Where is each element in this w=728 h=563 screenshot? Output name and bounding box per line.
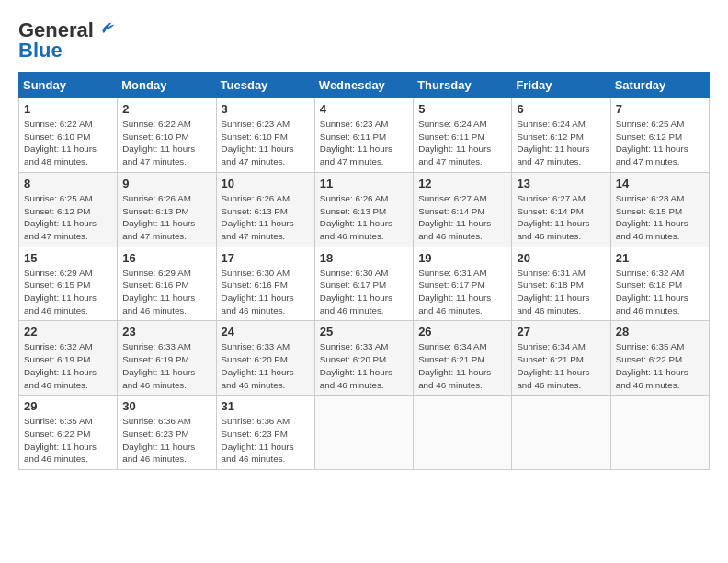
- day-info: Sunrise: 6:25 AM Sunset: 6:12 PM Dayligh…: [616, 118, 704, 168]
- day-number: 9: [122, 177, 210, 190]
- day-info: Sunrise: 6:22 AM Sunset: 6:10 PM Dayligh…: [122, 118, 210, 168]
- day-number: 30: [122, 399, 210, 413]
- calendar-cell: 6 Sunrise: 6:24 AM Sunset: 6:12 PM Dayli…: [512, 98, 610, 173]
- logo-bird-icon: [96, 18, 116, 39]
- weekday-header-wednesday: Wednesday: [314, 73, 413, 98]
- day-info: Sunrise: 6:35 AM Sunset: 6:22 PM Dayligh…: [24, 415, 112, 465]
- day-info: Sunrise: 6:32 AM Sunset: 6:18 PM Dayligh…: [616, 267, 704, 317]
- weekday-header-friday: Friday: [512, 73, 610, 98]
- day-number: 13: [517, 177, 605, 190]
- calendar-cell: 25 Sunrise: 6:33 AM Sunset: 6:20 PM Dayl…: [314, 321, 413, 396]
- weekday-header-sunday: Sunday: [19, 73, 118, 98]
- weekday-header-saturday: Saturday: [610, 73, 709, 98]
- calendar-cell: 13 Sunrise: 6:27 AM Sunset: 6:14 PM Dayl…: [512, 172, 610, 247]
- day-info: Sunrise: 6:36 AM Sunset: 6:23 PM Dayligh…: [122, 415, 210, 465]
- day-info: Sunrise: 6:26 AM Sunset: 6:13 PM Dayligh…: [122, 192, 210, 243]
- day-info: Sunrise: 6:26 AM Sunset: 6:13 PM Dayligh…: [320, 192, 408, 243]
- day-number: 20: [517, 251, 605, 265]
- day-number: 3: [222, 102, 310, 116]
- day-info: Sunrise: 6:30 AM Sunset: 6:16 PM Dayligh…: [222, 267, 310, 317]
- calendar-cell: 30 Sunrise: 6:36 AM Sunset: 6:23 PM Dayl…: [118, 396, 216, 470]
- day-number: 10: [222, 177, 310, 190]
- day-number: 22: [24, 325, 112, 339]
- calendar-cell: [610, 396, 709, 470]
- day-number: 26: [418, 325, 506, 339]
- day-number: 5: [418, 102, 506, 116]
- day-number: 23: [122, 325, 210, 339]
- page-header: General Blue: [18, 18, 710, 63]
- calendar-cell: [512, 396, 610, 470]
- calendar-cell: 10 Sunrise: 6:26 AM Sunset: 6:13 PM Dayl…: [216, 172, 314, 247]
- calendar-cell: 24 Sunrise: 6:33 AM Sunset: 6:20 PM Dayl…: [216, 321, 314, 396]
- weekday-header-thursday: Thursday: [414, 73, 512, 98]
- day-number: 17: [222, 251, 310, 265]
- calendar-cell: 16 Sunrise: 6:29 AM Sunset: 6:16 PM Dayl…: [118, 247, 216, 321]
- day-number: 31: [222, 399, 310, 413]
- logo-blue: Blue: [18, 39, 63, 63]
- day-number: 24: [222, 325, 310, 339]
- day-info: Sunrise: 6:32 AM Sunset: 6:19 PM Dayligh…: [24, 340, 112, 391]
- day-info: Sunrise: 6:34 AM Sunset: 6:21 PM Dayligh…: [517, 340, 605, 391]
- day-info: Sunrise: 6:27 AM Sunset: 6:14 PM Dayligh…: [517, 192, 605, 243]
- calendar-cell: 31 Sunrise: 6:36 AM Sunset: 6:23 PM Dayl…: [216, 396, 314, 470]
- calendar-cell: 2 Sunrise: 6:22 AM Sunset: 6:10 PM Dayli…: [118, 98, 216, 173]
- day-info: Sunrise: 6:26 AM Sunset: 6:13 PM Dayligh…: [222, 192, 310, 243]
- calendar-cell: [414, 396, 512, 470]
- day-number: 18: [320, 251, 408, 265]
- day-number: 14: [616, 177, 704, 190]
- calendar-cell: 21 Sunrise: 6:32 AM Sunset: 6:18 PM Dayl…: [610, 247, 709, 321]
- day-info: Sunrise: 6:36 AM Sunset: 6:23 PM Dayligh…: [222, 415, 310, 465]
- day-info: Sunrise: 6:35 AM Sunset: 6:22 PM Dayligh…: [616, 340, 704, 391]
- calendar-cell: 22 Sunrise: 6:32 AM Sunset: 6:19 PM Dayl…: [19, 321, 118, 396]
- calendar-cell: 17 Sunrise: 6:30 AM Sunset: 6:16 PM Dayl…: [216, 247, 314, 321]
- calendar-cell: 27 Sunrise: 6:34 AM Sunset: 6:21 PM Dayl…: [512, 321, 610, 396]
- day-number: 29: [24, 399, 112, 413]
- day-info: Sunrise: 6:25 AM Sunset: 6:12 PM Dayligh…: [24, 192, 112, 243]
- day-number: 8: [24, 177, 112, 190]
- calendar-cell: 23 Sunrise: 6:33 AM Sunset: 6:19 PM Dayl…: [118, 321, 216, 396]
- calendar-cell: 20 Sunrise: 6:31 AM Sunset: 6:18 PM Dayl…: [512, 247, 610, 321]
- day-number: 2: [122, 102, 210, 116]
- day-number: 15: [24, 251, 112, 265]
- weekday-header-monday: Monday: [118, 73, 216, 98]
- day-info: Sunrise: 6:23 AM Sunset: 6:11 PM Dayligh…: [320, 118, 408, 168]
- calendar-table: SundayMondayTuesdayWednesdayThursdayFrid…: [18, 72, 710, 470]
- day-info: Sunrise: 6:33 AM Sunset: 6:19 PM Dayligh…: [122, 340, 210, 391]
- day-number: 19: [418, 251, 506, 265]
- day-info: Sunrise: 6:31 AM Sunset: 6:18 PM Dayligh…: [517, 267, 605, 317]
- calendar-cell: 19 Sunrise: 6:31 AM Sunset: 6:17 PM Dayl…: [414, 247, 512, 321]
- day-number: 4: [320, 102, 408, 116]
- day-info: Sunrise: 6:28 AM Sunset: 6:15 PM Dayligh…: [616, 192, 704, 243]
- calendar-cell: 26 Sunrise: 6:34 AM Sunset: 6:21 PM Dayl…: [414, 321, 512, 396]
- day-info: Sunrise: 6:34 AM Sunset: 6:21 PM Dayligh…: [418, 340, 506, 391]
- day-number: 21: [616, 251, 704, 265]
- day-info: Sunrise: 6:23 AM Sunset: 6:10 PM Dayligh…: [222, 118, 310, 168]
- calendar-cell: 9 Sunrise: 6:26 AM Sunset: 6:13 PM Dayli…: [118, 172, 216, 247]
- calendar-cell: 1 Sunrise: 6:22 AM Sunset: 6:10 PM Dayli…: [19, 98, 118, 173]
- day-number: 28: [616, 325, 704, 339]
- day-info: Sunrise: 6:29 AM Sunset: 6:15 PM Dayligh…: [24, 267, 112, 317]
- calendar-cell: 11 Sunrise: 6:26 AM Sunset: 6:13 PM Dayl…: [314, 172, 413, 247]
- day-info: Sunrise: 6:22 AM Sunset: 6:10 PM Dayligh…: [24, 118, 112, 168]
- calendar-cell: 18 Sunrise: 6:30 AM Sunset: 6:17 PM Dayl…: [314, 247, 413, 321]
- day-info: Sunrise: 6:29 AM Sunset: 6:16 PM Dayligh…: [122, 267, 210, 317]
- logo: General Blue: [18, 18, 116, 63]
- day-number: 6: [517, 102, 605, 116]
- calendar-cell: 4 Sunrise: 6:23 AM Sunset: 6:11 PM Dayli…: [314, 98, 413, 173]
- day-info: Sunrise: 6:31 AM Sunset: 6:17 PM Dayligh…: [418, 267, 506, 317]
- day-info: Sunrise: 6:33 AM Sunset: 6:20 PM Dayligh…: [320, 340, 408, 391]
- day-info: Sunrise: 6:33 AM Sunset: 6:20 PM Dayligh…: [222, 340, 310, 391]
- calendar-cell: 28 Sunrise: 6:35 AM Sunset: 6:22 PM Dayl…: [610, 321, 709, 396]
- day-number: 7: [616, 102, 704, 116]
- calendar-cell: [314, 396, 413, 470]
- day-number: 11: [320, 177, 408, 190]
- calendar-cell: 3 Sunrise: 6:23 AM Sunset: 6:10 PM Dayli…: [216, 98, 314, 173]
- day-info: Sunrise: 6:24 AM Sunset: 6:11 PM Dayligh…: [418, 118, 506, 168]
- day-info: Sunrise: 6:24 AM Sunset: 6:12 PM Dayligh…: [517, 118, 605, 168]
- day-number: 12: [418, 177, 506, 190]
- day-number: 1: [24, 102, 112, 116]
- calendar-cell: 7 Sunrise: 6:25 AM Sunset: 6:12 PM Dayli…: [610, 98, 709, 173]
- calendar-cell: 12 Sunrise: 6:27 AM Sunset: 6:14 PM Dayl…: [414, 172, 512, 247]
- calendar-cell: 8 Sunrise: 6:25 AM Sunset: 6:12 PM Dayli…: [19, 172, 118, 247]
- calendar-cell: 5 Sunrise: 6:24 AM Sunset: 6:11 PM Dayli…: [414, 98, 512, 173]
